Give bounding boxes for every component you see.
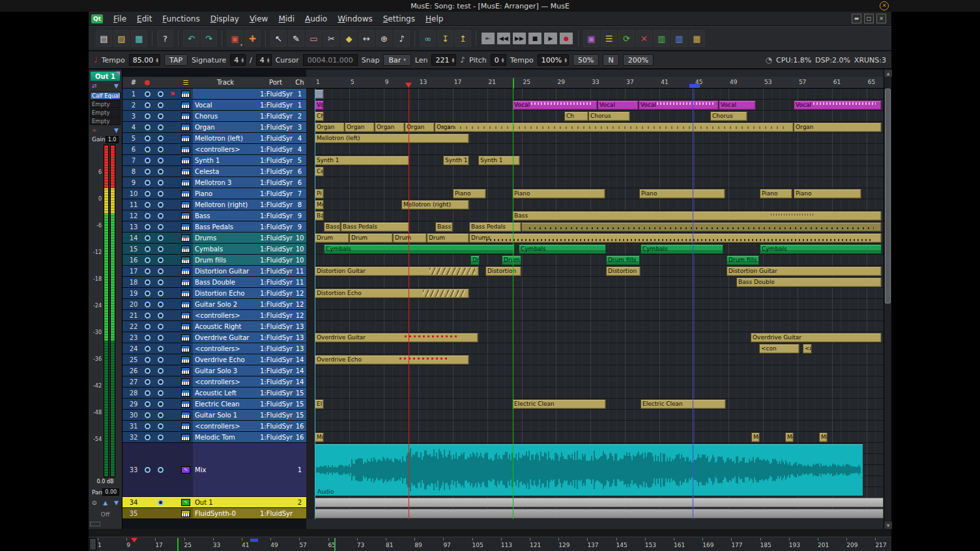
track-row-15[interactable]: 15✕Cymbals1:FluidSyr10 [122, 244, 306, 255]
signature-denominator-spinbox[interactable]: 4▲▼ [256, 54, 272, 66]
monitor-button[interactable] [158, 434, 164, 440]
pitch-spinbox[interactable]: 0▲▼ [491, 54, 506, 66]
part-overdrive-guitar[interactable]: Overdrive Guitar [751, 333, 882, 343]
record-arm-button[interactable] [145, 401, 151, 407]
spin-down-icon[interactable]: ▼ [156, 60, 158, 63]
part-synth-1[interactable]: Synth 1 [443, 156, 469, 165]
track-row-30[interactable]: 30Guitar Solo 11:FluidSyr15 [122, 410, 306, 421]
part-ch[interactable]: Ch [315, 111, 324, 121]
monitor-button[interactable] [158, 102, 164, 108]
pan-value[interactable]: 0.00 [102, 488, 119, 496]
record-arm-button[interactable] [145, 135, 151, 141]
monitor-button[interactable] [158, 213, 164, 219]
record-arm-cell[interactable] [141, 210, 154, 221]
track-row-20[interactable]: 20Guitar Solo 21:FluidSyr12 [122, 299, 306, 310]
monitor-button[interactable] [158, 147, 164, 152]
part-drum-fills[interactable]: Drum fills [727, 255, 759, 265]
monitor-button[interactable] [158, 346, 164, 352]
monitor-cell[interactable] [154, 354, 167, 365]
redo-button[interactable]: ↷ [201, 30, 217, 47]
track-row-25[interactable]: 25Overdrive Echo1:FluidSyr14 [122, 354, 306, 365]
part-vo[interactable]: Vo [315, 100, 324, 110]
record-arm-cell[interactable] [141, 144, 154, 154]
track-row-9[interactable]: 9Mellotron 31:FluidSyr6 [122, 177, 306, 188]
track-row-10[interactable]: 10Piano1:FluidSyr7 [122, 188, 306, 199]
monitor-button[interactable] [158, 202, 164, 208]
record-arm-button[interactable] [145, 313, 151, 318]
monitor-cell[interactable] [154, 421, 167, 431]
part-chorus[interactable]: Chorus [588, 111, 630, 121]
part-ch[interactable]: Ch [564, 111, 588, 121]
monitor-button[interactable] [158, 91, 164, 97]
record-arm-cell[interactable] [141, 233, 154, 243]
part-bass-pedals[interactable]: Bass Pedals [469, 222, 521, 232]
record-arm-cell[interactable] [141, 432, 154, 442]
record-arm-cell[interactable] [141, 376, 154, 387]
menu-functions[interactable]: Functions [157, 13, 205, 25]
record-arm-button[interactable] [145, 335, 151, 341]
part-bass[interactable]: Bass [324, 222, 341, 232]
part-el[interactable]: El [315, 399, 324, 409]
monitor-button[interactable] [158, 467, 164, 473]
normal-speed-button[interactable]: N [603, 54, 618, 66]
monitor-cell[interactable] [154, 497, 167, 507]
record-arm-cell[interactable] [141, 443, 154, 496]
vertical-scrollbar-thumb[interactable] [885, 89, 891, 304]
record-arm-cell[interactable] [141, 321, 154, 332]
strip-dropdown-icon[interactable]: ▼ [114, 83, 119, 89]
part-cymbals[interactable]: Cymbals [760, 244, 882, 254]
part-organ[interactable]: Organ [435, 122, 794, 132]
monitor-cell[interactable] [154, 233, 167, 243]
monitor-cell[interactable] [154, 277, 167, 287]
record-arm-button[interactable] [145, 390, 151, 396]
monitor-cell[interactable] [154, 199, 167, 210]
part-bass[interactable]: Bass [512, 211, 882, 221]
track-row-34[interactable]: 34∿Out 12 [122, 497, 306, 508]
record-arm-button[interactable] [145, 113, 151, 119]
locator-left-marker[interactable] [513, 78, 514, 89]
record-arm-cell[interactable] [141, 399, 154, 409]
record-arm-cell[interactable] [141, 288, 154, 298]
part-cymbals[interactable]: Cymbals [324, 244, 515, 254]
monitor-cell[interactable] [154, 365, 167, 376]
monitor-cell[interactable] [154, 177, 167, 188]
track-row-33[interactable]: 33∿Mix1 [122, 443, 306, 497]
spin-down-icon[interactable]: ▼ [241, 60, 244, 63]
menu-settings[interactable]: Settings [378, 13, 420, 25]
vertical-scrollbar[interactable]: ▲ ▼ [884, 70, 891, 529]
monitor-cell[interactable] [154, 89, 167, 99]
new-song-button[interactable]: ▤ [96, 30, 112, 47]
part-drum[interactable]: Drum [315, 233, 349, 243]
record-arm-button[interactable] [145, 257, 151, 263]
track-row-32[interactable]: 32Melodic Tom1:FluidSyr16 [122, 432, 306, 443]
track-row-12[interactable]: 12Bass1:FluidSyr9 [122, 210, 306, 221]
track-row-17[interactable]: 17Distortion Guitar1:FluidSyr11 [122, 266, 306, 277]
record-arm-cell[interactable] [141, 421, 154, 431]
track-row-23[interactable]: 23Overdrive Guitar1:FluidSyr13 [122, 332, 306, 343]
effect-slot-3[interactable]: Empty [90, 109, 121, 117]
track-row-22[interactable]: 22Acoustic Right1:FluidSyr13 [122, 321, 306, 332]
record-arm-button[interactable] [145, 324, 151, 330]
open-song-button[interactable]: ▨ [113, 30, 130, 47]
spin-down-icon[interactable]: ▼ [564, 60, 567, 63]
part--con[interactable]: <con [759, 344, 800, 354]
monitor-button[interactable] [158, 257, 164, 263]
monitor-button[interactable] [158, 324, 164, 330]
part-drum[interactable]: Drum [349, 233, 393, 243]
monitor-cell[interactable] [154, 310, 167, 320]
monitor-cell[interactable] [154, 144, 167, 154]
part-pi[interactable]: Pi [315, 189, 324, 199]
part-bass-pedals[interactable]: Bass Pedals [341, 222, 409, 232]
goto-start-button[interactable]: ⇤ [481, 32, 495, 45]
mixer-a-button[interactable]: ▥ [654, 30, 670, 47]
record-arm-cell[interactable] [141, 122, 154, 132]
part-me[interactable]: Me [751, 432, 760, 442]
menu-display[interactable]: Display [205, 13, 244, 25]
monitor-button[interactable] [158, 235, 164, 241]
signature-numerator-spinbox[interactable]: 4▲▼ [230, 54, 246, 66]
part-piano[interactable]: Piano [794, 189, 861, 199]
record-arm-cell[interactable] [141, 89, 154, 99]
punch-out-toggle-button[interactable]: ↥ [455, 30, 471, 47]
record-arm-button[interactable] [145, 368, 151, 374]
tap-button[interactable]: TAP [164, 54, 188, 66]
